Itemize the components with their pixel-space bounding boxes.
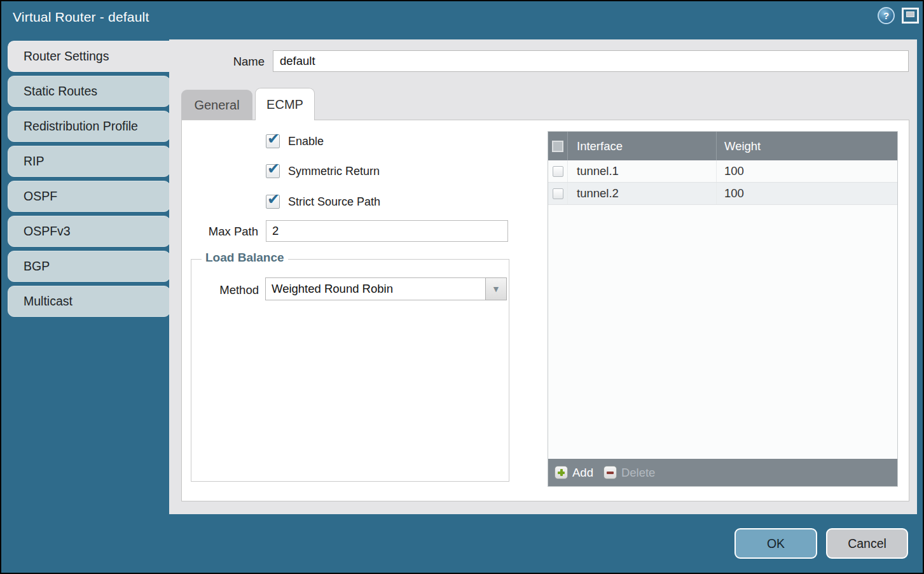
checkmark-icon: ✔ xyxy=(267,190,280,208)
tab-general[interactable]: General xyxy=(181,90,252,120)
table-row[interactable]: tunnel.1 100 xyxy=(548,160,897,183)
weight-column-header: Weight xyxy=(717,132,897,160)
virtual-router-dialog: Virtual Router - default ? Router Settin… xyxy=(0,0,924,574)
sidebar-item-ospfv3[interactable]: OSPFv3 xyxy=(8,216,170,247)
sidebar-item-router-settings[interactable]: Router Settings xyxy=(8,41,172,72)
interface-column-header: Interface xyxy=(568,132,717,160)
checkmark-icon: ✔ xyxy=(267,160,280,178)
method-value: Weighted Round Robin xyxy=(272,282,393,296)
ecmp-tab-panel: ✔ Enable ✔ Symmetric Return ✔ Strict Sou… xyxy=(181,120,909,501)
strict-source-path-checkbox[interactable]: ✔ xyxy=(266,195,280,209)
add-button[interactable]: Add xyxy=(555,466,593,480)
table-empty-area xyxy=(548,205,897,459)
sidebar-item-static-routes[interactable]: Static Routes xyxy=(8,76,170,107)
enable-checkbox[interactable]: ✔ xyxy=(266,134,280,148)
method-dropdown[interactable]: Weighted Round Robin xyxy=(265,277,486,300)
enable-label: Enable xyxy=(288,135,324,148)
symmetric-return-checkbox-row[interactable]: ✔ Symmetric Return xyxy=(266,164,380,178)
sidebar-item-bgp[interactable]: BGP xyxy=(8,251,170,282)
interface-cell: tunnel.1 xyxy=(568,160,717,182)
content-area: Name General ECMP ✔ Enable ✔ Symmetric R… xyxy=(169,39,917,514)
sidebar-item-ospf[interactable]: OSPF xyxy=(8,181,170,212)
help-glyph: ? xyxy=(883,10,889,21)
weight-cell: 100 xyxy=(717,183,897,204)
select-all-checkbox[interactable] xyxy=(552,141,563,152)
method-dropdown-button[interactable]: ▼ xyxy=(485,277,507,300)
checkmark-icon: ✔ xyxy=(267,130,280,148)
minus-icon xyxy=(603,466,617,479)
row-checkbox[interactable] xyxy=(553,166,563,177)
load-balance-group: Load Balance Method Weighted Round Robin… xyxy=(191,259,509,482)
row-checkbox[interactable] xyxy=(553,188,563,199)
strict-source-path-checkbox-row[interactable]: ✔ Strict Source Path xyxy=(266,195,380,209)
symmetric-return-checkbox[interactable]: ✔ xyxy=(266,164,280,178)
cancel-button[interactable]: Cancel xyxy=(826,528,908,559)
sidebar: Router Settings Static Routes Redistribu… xyxy=(8,41,170,321)
chevron-down-icon: ▼ xyxy=(492,284,500,294)
name-label: Name xyxy=(169,55,265,69)
sidebar-item-multicast[interactable]: Multicast xyxy=(8,286,170,317)
window-restore-glyph xyxy=(906,11,914,17)
sidebar-item-rip[interactable]: RIP xyxy=(8,146,170,177)
strict-source-path-label: Strict Source Path xyxy=(288,195,380,209)
ok-button[interactable]: OK xyxy=(734,528,817,559)
interface-weight-table: Interface Weight tunnel.1 100 tunnel.2 1… xyxy=(548,131,898,487)
symmetric-return-label: Symmetric Return xyxy=(288,165,380,178)
load-balance-legend: Load Balance xyxy=(202,251,288,265)
select-all-cell xyxy=(548,132,568,160)
table-header: Interface Weight xyxy=(548,132,897,160)
window-restore-icon[interactable] xyxy=(902,8,919,24)
tab-ecmp[interactable]: ECMP xyxy=(255,88,315,120)
help-icon[interactable]: ? xyxy=(878,7,895,24)
enable-checkbox-row[interactable]: ✔ Enable xyxy=(266,134,324,148)
name-input[interactable] xyxy=(273,50,909,72)
table-row[interactable]: tunnel.2 100 xyxy=(548,183,897,205)
dialog-title: Virtual Router - default xyxy=(13,10,149,25)
method-label: Method xyxy=(191,283,259,297)
table-footer-bar: Add Delete xyxy=(548,459,897,486)
max-path-label: Max Path xyxy=(182,225,258,239)
weight-cell: 100 xyxy=(717,160,897,182)
plus-icon xyxy=(555,466,568,479)
interface-cell: tunnel.2 xyxy=(568,183,717,204)
delete-button[interactable]: Delete xyxy=(603,466,655,480)
max-path-input[interactable] xyxy=(266,220,508,242)
sidebar-item-redistribution-profile[interactable]: Redistribution Profile xyxy=(8,111,170,142)
